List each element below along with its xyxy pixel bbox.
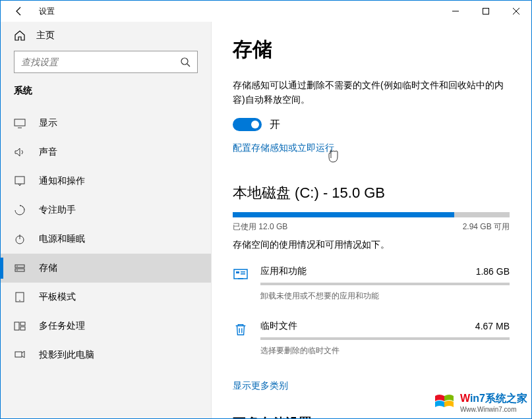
- category-title: 应用和功能: [260, 265, 307, 277]
- nav-display[interactable]: 显示: [1, 109, 211, 138]
- free-label: 2.94 GB 可用: [463, 221, 510, 233]
- nav-tablet[interactable]: 平板模式: [1, 283, 211, 312]
- category-size: 4.67 MB: [475, 321, 510, 331]
- home-label: 主页: [36, 30, 55, 42]
- maximize-button[interactable]: [471, 1, 501, 22]
- svg-rect-23: [241, 271, 245, 273]
- svg-point-13: [16, 265, 18, 267]
- svg-rect-12: [15, 269, 24, 271]
- nav-label: 多任务处理: [39, 320, 85, 332]
- cursor-icon: [328, 149, 340, 163]
- sound-icon: [14, 146, 26, 158]
- nav-focus[interactable]: 专注助手: [1, 196, 211, 225]
- category-bar: [260, 337, 510, 340]
- group-title: 系统: [1, 85, 211, 109]
- page-title: 存储: [233, 36, 510, 63]
- svg-rect-6: [15, 119, 25, 126]
- nav-label: 显示: [39, 117, 57, 129]
- more-settings-heading: 更多存储设置: [233, 414, 510, 418]
- svg-point-4: [181, 58, 188, 65]
- watermark: Win7系统之家 Www.Winwin7.com: [432, 391, 527, 414]
- category-bar: [260, 283, 510, 285]
- svg-rect-20: [15, 352, 22, 357]
- watermark-brand: Win7系统之家: [460, 392, 527, 406]
- storage-sense-toggle[interactable]: [233, 118, 262, 131]
- nav-label: 存储: [39, 262, 57, 274]
- home-icon: [14, 30, 26, 42]
- search-icon: [180, 57, 191, 67]
- category-size: 1.86 GB: [476, 266, 510, 277]
- svg-rect-17: [15, 322, 19, 330]
- titlebar: 设置: [1, 1, 531, 22]
- nav-multitask[interactable]: 多任务处理: [1, 312, 211, 341]
- home-nav[interactable]: 主页: [1, 22, 211, 51]
- nav-sound[interactable]: 声音: [1, 138, 211, 167]
- nav-label: 通知和操作: [39, 175, 85, 187]
- display-icon: [14, 117, 26, 129]
- minimize-button[interactable]: [440, 1, 471, 22]
- configure-link[interactable]: 配置存储感知或立即运行: [233, 142, 334, 154]
- nav-label: 专注助手: [39, 204, 76, 216]
- search-input[interactable]: [21, 57, 180, 67]
- content: 存储 存储感知可以通过删除不需要的文件(例如临时文件和回收站中的内容)自动释放空…: [212, 22, 531, 418]
- watermark-url: Www.Winwin7.com: [460, 406, 527, 413]
- svg-rect-18: [20, 322, 25, 325]
- svg-rect-8: [15, 177, 24, 184]
- power-icon: [14, 233, 26, 245]
- disk-bar: [233, 212, 510, 217]
- sidebar: 主页 系统 显示 声音 通知和操作 专注助手 电源和睡眠: [1, 22, 212, 418]
- window-title: 设置: [39, 6, 55, 17]
- svg-rect-1: [483, 9, 489, 14]
- close-button[interactable]: [501, 1, 531, 22]
- svg-rect-24: [241, 273, 245, 275]
- svg-rect-22: [236, 271, 239, 273]
- category-sub: 卸载未使用或不想要的应用和功能: [260, 291, 510, 302]
- nav-project[interactable]: 投影到此电脑: [1, 341, 211, 370]
- category-sub: 选择要删除的临时文件: [260, 345, 510, 356]
- configure-link-label: 配置存储感知或立即运行: [233, 142, 334, 153]
- multitask-icon: [14, 320, 26, 332]
- notification-icon: [14, 175, 26, 187]
- category-temp[interactable]: 临时文件 4.67 MB 选择要删除的临时文件: [233, 320, 510, 356]
- apps-icon: [233, 267, 249, 283]
- nav-storage[interactable]: 存储: [1, 254, 211, 283]
- nav-label: 平板模式: [39, 291, 76, 303]
- storage-icon: [14, 262, 26, 274]
- svg-rect-11: [15, 265, 24, 267]
- back-button[interactable]: [11, 3, 27, 19]
- trash-icon: [233, 321, 249, 337]
- used-label: 已使用 12.0 GB: [233, 221, 287, 233]
- disk-bar-fill: [233, 212, 454, 217]
- usage-desc: 存储空间的使用情况和可用情况如下。: [233, 239, 510, 251]
- search-box[interactable]: [14, 51, 198, 73]
- svg-line-5: [187, 64, 190, 67]
- toggle-label: 开: [270, 118, 280, 132]
- show-more-link[interactable]: 显示更多类别: [233, 380, 288, 392]
- svg-point-16: [19, 300, 20, 301]
- nav-label: 投影到此电脑: [39, 349, 94, 361]
- nav-power[interactable]: 电源和睡眠: [1, 225, 211, 254]
- category-title: 临时文件: [260, 320, 297, 332]
- nav-notifications[interactable]: 通知和操作: [1, 167, 211, 196]
- windows-flag-icon: [432, 391, 456, 414]
- tablet-icon: [14, 291, 26, 303]
- nav-label: 电源和睡眠: [39, 233, 85, 245]
- category-apps[interactable]: 应用和功能 1.86 GB 卸载未使用或不想要的应用和功能: [233, 265, 510, 302]
- focus-icon: [14, 204, 26, 216]
- project-icon: [14, 349, 26, 361]
- nav-label: 声音: [39, 146, 57, 158]
- svg-point-14: [16, 269, 18, 271]
- storage-sense-desc: 存储感知可以通过删除不需要的文件(例如临时文件和回收站中的内容)自动释放空间。: [233, 78, 510, 107]
- disk-heading: 本地磁盘 (C:) - 15.0 GB: [233, 183, 510, 203]
- svg-rect-19: [20, 327, 25, 330]
